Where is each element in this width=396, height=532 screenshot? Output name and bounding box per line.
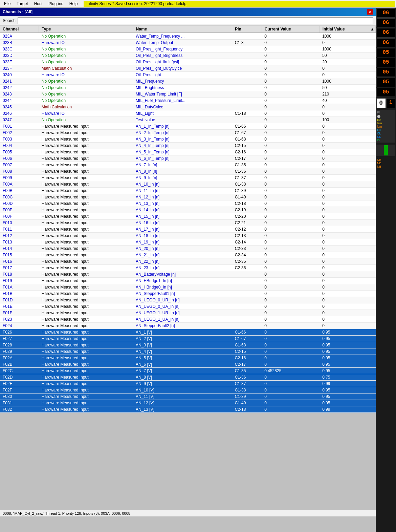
search-input[interactable] — [18, 17, 373, 24]
table-row[interactable]: F017Hardware Measured InputAN_23_In [n]C… — [0, 265, 376, 271]
table-row[interactable]: 0246Hardware IOMIL_LightC1-1800 — [0, 110, 376, 117]
table-row[interactable]: F006Hardware Measured InputAN_6_In_Temp … — [0, 155, 376, 162]
cell-initial-value: 1000 — [320, 46, 370, 52]
table-row[interactable]: F015Hardware Measured InputAN_21_In [n]C… — [0, 252, 376, 258]
legend-oi: Oi — [377, 139, 395, 142]
table-row[interactable]: 023DNo OperationOil_Pres_light_Brightnes… — [0, 52, 376, 59]
cell-name: AN_StepperFault1 [n] — [133, 291, 232, 297]
cell-channel: 0241 — [0, 78, 39, 85]
table-row[interactable]: F02EHardware Measured InputAN_9 [V]C1-37… — [0, 381, 376, 387]
cell-name: AN_2_In_Temp [n] — [133, 130, 232, 136]
table-row[interactable]: 0242No OperationMIL_Brightness050 — [0, 85, 376, 91]
menu-host[interactable]: Host — [31, 1, 45, 7]
cell-channel: F02C — [0, 368, 39, 374]
table-row[interactable]: F02BHardware Measured InputAN_6 [V]C2-17… — [0, 361, 376, 368]
table-row[interactable]: 0240Hardware IOOil_Pres_light00 — [0, 72, 376, 78]
table-row[interactable]: 023ANo OperationWater_Temp_Frequency ...… — [0, 33, 376, 40]
table-row[interactable]: F01AHardware Measured InputAN_HBridge0_I… — [0, 284, 376, 291]
cell-current-value: 0 — [262, 258, 320, 265]
table-row[interactable]: F018Hardware Measured InputAN_BatteryVol… — [0, 271, 376, 278]
cell-pin — [232, 72, 262, 78]
table-row[interactable]: F00EHardware Measured InputAN_14_In [n]C… — [0, 207, 376, 213]
cell-extra — [370, 188, 376, 194]
cell-initial-value: 50 — [320, 85, 370, 91]
cell-current-value: 0 — [262, 136, 320, 143]
cell-pin — [232, 46, 262, 52]
cell-pin: C2-34 — [232, 252, 262, 258]
table-row[interactable]: F013Hardware Measured InputAN_19_In [n]C… — [0, 239, 376, 246]
cell-type: Hardware Measured Input — [39, 278, 133, 284]
table-row[interactable]: F003Hardware Measured InputAN_3_In_Temp … — [0, 136, 376, 143]
cell-channel: F00B — [0, 188, 39, 194]
channels-table-container: Channel Type Name Pin Current Value Init… — [0, 26, 376, 510]
table-row[interactable]: 023CNo OperationOil_Pres_light_Frequency… — [0, 46, 376, 52]
menu-file[interactable]: File — [1, 1, 13, 7]
table-row[interactable]: 0247No OperationTest_value0100 — [0, 117, 376, 123]
table-row[interactable]: F004Hardware Measured InputAN_4_In_Temp … — [0, 143, 376, 149]
table-row[interactable]: F02DHardware Measured InputAN_8 [V]C1-36… — [0, 374, 376, 381]
cell-pin: C1-37 — [232, 175, 262, 181]
table-row[interactable]: F005Hardware Measured InputAN_5_In_Temp … — [0, 149, 376, 155]
cell-initial-value: 0 — [320, 162, 370, 168]
table-row[interactable]: F01FHardware Measured InputAN_UEGO_1_UR_… — [0, 310, 376, 316]
table-row[interactable]: F007Hardware Measured InputAN_7_In [n]C1… — [0, 162, 376, 168]
table-row[interactable]: F02FHardware Measured InputAN_10 [V]C1-3… — [0, 387, 376, 393]
table-row[interactable]: F026Hardware Measured InputAN_1 [V]C1-66… — [0, 329, 376, 336]
cell-type: Hardware Measured Input — [39, 387, 133, 393]
table-row[interactable]: F02CHardware Measured InputAN_7 [V]C1-35… — [0, 368, 376, 374]
table-row[interactable]: 0241No OperationMIL_Frequency01000 — [0, 78, 376, 85]
table-row[interactable]: F01DHardware Measured InputAN_UEGO_0_UR_… — [0, 297, 376, 303]
cell-name: AN_UEGO_0_UR_In [n] — [133, 297, 232, 303]
table-row[interactable]: F00BHardware Measured InputAN_11_In [n]C… — [0, 188, 376, 194]
table-row[interactable]: F008Hardware Measured InputAN_8_In [n]C1… — [0, 168, 376, 175]
table-row[interactable]: F00FHardware Measured InputAN_15_In [n]C… — [0, 213, 376, 220]
cell-initial-value: 0.95 — [320, 400, 370, 406]
table-row[interactable]: F014Hardware Measured InputAN_20_In [n]C… — [0, 246, 376, 252]
table-row[interactable]: F00AHardware Measured InputAN_10_In [n]C… — [0, 181, 376, 188]
cell-current-value: 0 — [262, 149, 320, 155]
cell-extra — [370, 207, 376, 213]
table-row[interactable]: F00CHardware Measured InputAN_12_In [n]C… — [0, 194, 376, 200]
table-row[interactable]: 0245Math CalculationMIL_DutyCylce00 — [0, 104, 376, 110]
table-row[interactable]: 023BHardware IOWater_Temp_OutputC1-300 — [0, 40, 376, 46]
cell-channel: F00E — [0, 207, 39, 213]
table-row[interactable]: F031Hardware Measured InputAN_12 [V]C1-4… — [0, 400, 376, 406]
table-row[interactable]: 0244No OperationMIL_Fuel_Pressure_Limit.… — [0, 98, 376, 104]
cell-channel: F004 — [0, 143, 39, 149]
table-row[interactable]: 0243No OperationMIL_Water Temp Limit [F]… — [0, 91, 376, 98]
cell-extra — [370, 33, 376, 40]
menu-help[interactable]: Help — [67, 1, 81, 7]
cell-type: No Operation — [39, 85, 133, 91]
table-row[interactable]: 023ENo OperationOil_Pres_light_limit [ps… — [0, 59, 376, 65]
table-row[interactable]: F002Hardware Measured InputAN_2_In_Temp … — [0, 130, 376, 136]
table-row[interactable]: F02AHardware Measured InputAN_5 [V]C2-16… — [0, 355, 376, 361]
cell-extra — [370, 329, 376, 336]
table-row[interactable]: F012Hardware Measured InputAN_18_In [n]C… — [0, 233, 376, 239]
table-row[interactable]: F028Hardware Measured InputAN_3 [V]C1-68… — [0, 342, 376, 348]
table-row[interactable]: F019Hardware Measured InputAN_HBridge1_I… — [0, 278, 376, 284]
close-button[interactable]: ✕ — [367, 9, 373, 15]
table-row[interactable]: F001Hardware Measured InputAN_1_In_Temp … — [0, 123, 376, 130]
table-row[interactable]: F011Hardware Measured InputAN_17_In [n]C… — [0, 226, 376, 233]
table-row[interactable]: F029Hardware Measured InputAN_4 [V]C2-15… — [0, 348, 376, 355]
table-row[interactable]: F009Hardware Measured InputAN_9_In [n]C1… — [0, 175, 376, 181]
table-row[interactable]: F027Hardware Measured InputAN_2 [V]C1-67… — [0, 336, 376, 342]
table-row[interactable]: F016Hardware Measured InputAN_22_In [n]C… — [0, 258, 376, 265]
cell-initial-value: 0.95 — [320, 348, 370, 355]
table-row[interactable]: F030Hardware Measured InputAN_11 [V]C1-3… — [0, 393, 376, 400]
cell-current-value: 0 — [262, 59, 320, 65]
menu-target[interactable]: Target — [14, 1, 30, 7]
cell-initial-value: 0 — [320, 65, 370, 72]
cell-type: Hardware Measured Input — [39, 239, 133, 246]
table-row[interactable]: F023Hardware Measured InputAN_UEGO_1_UA_… — [0, 316, 376, 323]
cell-current-value: 0 — [262, 117, 320, 123]
table-row[interactable]: F032Hardware Measured InputAN_13 [V]C2-1… — [0, 406, 376, 413]
table-row[interactable]: F024Hardware Measured InputAN_StepperFau… — [0, 323, 376, 329]
menu-plugins[interactable]: Plug-ins — [46, 1, 66, 7]
table-row[interactable]: 023FMath CalculationOil_Pres_light_DutyC… — [0, 65, 376, 72]
table-row[interactable]: F01BHardware Measured InputAN_StepperFau… — [0, 291, 376, 297]
table-row[interactable]: F01EHardware Measured InputAN_UEGO_0_UA_… — [0, 303, 376, 310]
table-row[interactable]: F010Hardware Measured InputAN_16_In [n]C… — [0, 220, 376, 226]
cell-extra — [370, 85, 376, 91]
table-row[interactable]: F00DHardware Measured InputAN_13_In [n]C… — [0, 200, 376, 207]
